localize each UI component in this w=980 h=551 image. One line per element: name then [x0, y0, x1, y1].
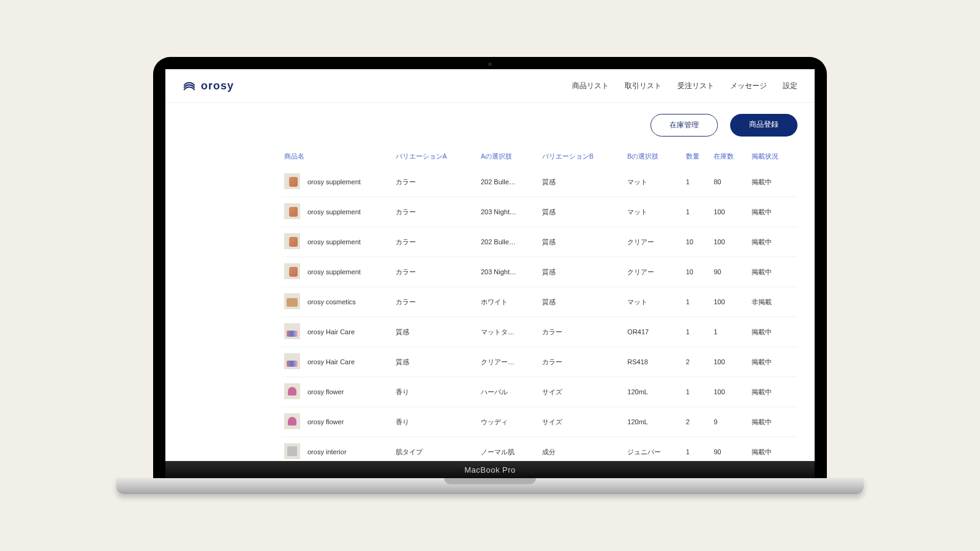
cell-qty: 2: [684, 407, 711, 437]
product-thumb: [284, 263, 300, 279]
cell-var-b: カラー: [540, 347, 625, 377]
cell-var-a: 質感: [393, 317, 478, 347]
cell-var-a: 質感: [393, 347, 478, 377]
inventory-button[interactable]: 在庫管理: [650, 114, 718, 137]
nav-orders[interactable]: 受注リスト: [677, 81, 714, 91]
product-thumb: [284, 173, 300, 189]
table-row[interactable]: orosy interior肌タイプノーマル肌成分ジュニパー190掲載中: [282, 437, 797, 462]
cell-qty: 1: [684, 377, 711, 407]
cell-var-b: 質感: [540, 287, 625, 317]
cell-stock: 9: [711, 407, 749, 437]
action-bar: 在庫管理 商品登録: [165, 103, 815, 140]
cell-stock: 1: [711, 317, 749, 347]
camera-dot: [488, 62, 492, 66]
cell-status: 掲載中: [749, 347, 797, 377]
col-opt-b[interactable]: Bの選択肢: [625, 148, 683, 167]
product-thumb: [284, 203, 300, 219]
cell-opt-a: 202 Bulle…: [478, 167, 540, 197]
cell-name: orosy supplement: [305, 167, 393, 197]
col-var-b[interactable]: バリエーションB: [540, 148, 625, 167]
cell-opt-b: クリアー: [625, 227, 683, 257]
cell-qty: 1: [684, 197, 711, 227]
screen-bezel: orosy 商品リスト 取引リスト 受注リスト メッセージ 設定 在庫管理 商品…: [153, 57, 827, 478]
cell-name: orosy Hair Care: [305, 347, 393, 377]
product-thumb: [284, 293, 300, 309]
cell-opt-a: マットタ…: [478, 317, 540, 347]
cell-stock: 80: [711, 167, 749, 197]
cell-opt-a: ウッディ: [478, 407, 540, 437]
cell-name: orosy cosmetics: [305, 287, 393, 317]
cell-opt-b: 120mL: [625, 407, 683, 437]
product-table-wrap: 商品名 バリエーションA Aの選択肢 バリエーションB Bの選択肢 数量 在庫数…: [165, 140, 815, 461]
brand-mark-icon: [183, 79, 196, 92]
col-opt-a[interactable]: Aの選択肢: [478, 148, 540, 167]
cell-stock: 90: [711, 437, 749, 462]
cell-opt-a: 203 Night…: [478, 197, 540, 227]
col-status[interactable]: 掲載状況: [749, 148, 797, 167]
cell-var-a: カラー: [393, 287, 478, 317]
nav-transactions[interactable]: 取引リスト: [625, 81, 662, 91]
table-row[interactable]: orosy cosmeticsカラーホワイト質感マット1100非掲載: [282, 287, 797, 317]
col-name[interactable]: 商品名: [282, 148, 393, 167]
cell-var-a: カラー: [393, 257, 478, 287]
product-table: 商品名 バリエーションA Aの選択肢 バリエーションB Bの選択肢 数量 在庫数…: [282, 148, 797, 461]
col-var-a[interactable]: バリエーションA: [393, 148, 478, 167]
cell-opt-a: 203 Night…: [478, 257, 540, 287]
cell-stock: 100: [711, 197, 749, 227]
app-header: orosy 商品リスト 取引リスト 受注リスト メッセージ 設定: [165, 69, 815, 103]
cell-qty: 2: [684, 347, 711, 377]
cell-opt-b: マット: [625, 197, 683, 227]
nav-messages[interactable]: メッセージ: [730, 81, 767, 91]
product-thumb: [284, 323, 300, 339]
cell-opt-b: 120mL: [625, 377, 683, 407]
cell-status: 掲載中: [749, 437, 797, 462]
cell-stock: 100: [711, 287, 749, 317]
table-row[interactable]: orosy supplementカラー203 Night…質感クリアー1090掲…: [282, 257, 797, 287]
table-row[interactable]: orosy supplementカラー203 Night…質感マット1100掲載…: [282, 197, 797, 227]
table-row[interactable]: orosy flower香りウッディサイズ120mL29掲載中: [282, 407, 797, 437]
cell-name: orosy supplement: [305, 257, 393, 287]
table-row[interactable]: orosy flower香りハーバルサイズ120mL1100掲載中: [282, 377, 797, 407]
cell-var-b: 質感: [540, 257, 625, 287]
cell-var-a: カラー: [393, 167, 478, 197]
nav-settings[interactable]: 設定: [783, 81, 797, 91]
cell-status: 非掲載: [749, 287, 797, 317]
cell-status: 掲載中: [749, 227, 797, 257]
laptop-notch: [444, 478, 536, 484]
cell-var-b: サイズ: [540, 377, 625, 407]
cell-name: orosy Hair Care: [305, 317, 393, 347]
cell-qty: 1: [684, 317, 711, 347]
table-row[interactable]: orosy Hair Care質感クリアー…カラーRS4182100掲載中: [282, 347, 797, 377]
cell-var-b: 質感: [540, 227, 625, 257]
table-row[interactable]: orosy supplementカラー202 Bulle…質感クリアー10100…: [282, 227, 797, 257]
device-label: MacBook Pro: [464, 465, 516, 474]
cell-opt-a: ホワイト: [478, 287, 540, 317]
cell-stock: 100: [711, 377, 749, 407]
cell-var-b: 質感: [540, 167, 625, 197]
cell-opt-b: RS418: [625, 347, 683, 377]
cell-var-b: 成分: [540, 437, 625, 462]
cell-var-a: カラー: [393, 197, 478, 227]
nav-products[interactable]: 商品リスト: [572, 81, 609, 91]
product-thumb: [284, 383, 300, 399]
table-row[interactable]: orosy Hair Care質感マットタ…カラーOR41711掲載中: [282, 317, 797, 347]
register-product-button[interactable]: 商品登録: [730, 114, 797, 137]
product-thumb: [284, 413, 300, 429]
cell-stock: 100: [711, 227, 749, 257]
cell-opt-a: クリアー…: [478, 347, 540, 377]
cell-status: 掲載中: [749, 317, 797, 347]
col-stock[interactable]: 在庫数: [711, 148, 749, 167]
cell-opt-b: ジュニパー: [625, 437, 683, 462]
cell-var-b: 質感: [540, 197, 625, 227]
brand-logo[interactable]: orosy: [183, 79, 234, 92]
cell-opt-b: マット: [625, 287, 683, 317]
cell-name: orosy flower: [305, 377, 393, 407]
cell-opt-b: クリアー: [625, 257, 683, 287]
laptop-base: [116, 478, 864, 494]
cell-stock: 100: [711, 347, 749, 377]
col-qty[interactable]: 数量: [684, 148, 711, 167]
product-thumb: [284, 353, 300, 369]
table-row[interactable]: orosy supplementカラー202 Bulle…質感マット180掲載中: [282, 167, 797, 197]
cell-qty: 1: [684, 437, 711, 462]
laptop-frame: orosy 商品リスト 取引リスト 受注リスト メッセージ 設定 在庫管理 商品…: [153, 57, 827, 494]
